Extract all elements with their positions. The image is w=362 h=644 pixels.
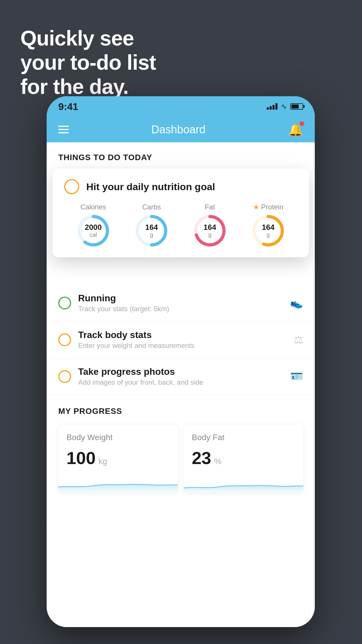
progress-photos-title: Take progress photos bbox=[78, 366, 283, 377]
notification-dot bbox=[300, 121, 304, 126]
nutrition-check-circle bbox=[64, 179, 79, 194]
carbs-donut: 164 g bbox=[136, 215, 168, 247]
calories-donut: 2000 cal bbox=[77, 215, 109, 247]
header-title: Dashboard bbox=[151, 123, 205, 136]
body-stats-title: Track body stats bbox=[78, 330, 287, 340]
progress-cards: Body Weight 100 kg bbox=[58, 425, 303, 493]
body-fat-chart bbox=[184, 475, 303, 493]
nutrition-card[interactable]: Hit your daily nutrition goal Calories 2… bbox=[52, 169, 309, 257]
fat-unit: g bbox=[203, 232, 216, 238]
body-fat-value-row: 23 % bbox=[192, 448, 295, 468]
carbs-label: Carbs bbox=[142, 203, 161, 211]
nutrition-card-header: Hit your daily nutrition goal bbox=[64, 179, 297, 194]
protein-unit: g bbox=[262, 232, 274, 238]
status-bar: 9:41 ∿ bbox=[47, 96, 315, 117]
body-weight-value-row: 100 kg bbox=[66, 448, 170, 468]
running-text: Running Track your stats (target: 5km) bbox=[78, 293, 283, 313]
calories-value: 2000 bbox=[85, 223, 102, 232]
my-progress-header: MY PROGRESS bbox=[58, 407, 303, 416]
phone-content: THINGS TO DO TODAY Hit your daily nutrit… bbox=[47, 142, 315, 627]
app-header: Dashboard 🔔 bbox=[47, 117, 315, 142]
carbs-value: 164 bbox=[145, 223, 158, 232]
protein-circle: ★ Protein 164 g bbox=[252, 203, 284, 247]
notification-button[interactable]: 🔔 bbox=[288, 123, 303, 137]
protein-value: 164 bbox=[262, 223, 274, 232]
hero-line2: your to-do list bbox=[20, 50, 156, 75]
fat-circle: Fat 164 g bbox=[194, 203, 226, 247]
hero-text: Quickly see your to-do list for the day. bbox=[20, 26, 156, 99]
todo-item-progress-photos[interactable]: Take progress photos Add images of your … bbox=[47, 358, 315, 395]
protein-label: ★ Protein bbox=[253, 203, 283, 211]
calories-label: Calories bbox=[80, 203, 106, 211]
protein-donut: 164 g bbox=[252, 215, 284, 247]
body-fat-card[interactable]: Body Fat 23 % bbox=[184, 425, 303, 493]
body-stats-icon: ⚖ bbox=[294, 334, 303, 346]
running-check-circle bbox=[58, 297, 71, 309]
wifi-icon: ∿ bbox=[281, 102, 287, 111]
phone-frame: 9:41 ∿ Dashboard 🔔 THI bbox=[47, 96, 315, 627]
body-weight-chart bbox=[58, 475, 178, 493]
status-time: 9:41 bbox=[58, 101, 78, 112]
body-weight-card[interactable]: Body Weight 100 kg bbox=[58, 425, 178, 493]
calories-circle: Calories 2000 cal bbox=[77, 203, 109, 247]
running-title: Running bbox=[78, 293, 283, 304]
fat-label: Fat bbox=[205, 203, 215, 211]
nutrition-circles: Calories 2000 cal Carbs bbox=[64, 203, 297, 247]
menu-button[interactable] bbox=[58, 126, 69, 133]
nutrition-title: Hit your daily nutrition goal bbox=[86, 181, 215, 192]
fat-donut: 164 g bbox=[194, 215, 226, 247]
signal-icon bbox=[267, 103, 277, 110]
todo-item-body-stats[interactable]: Track body stats Enter your weight and m… bbox=[47, 321, 315, 358]
hero-line1: Quickly see bbox=[20, 26, 156, 50]
todo-list: Running Track your stats (target: 5km) 👟… bbox=[47, 285, 315, 395]
progress-photos-check-circle bbox=[58, 370, 71, 383]
body-stats-check-circle bbox=[58, 333, 71, 346]
todo-item-running[interactable]: Running Track your stats (target: 5km) 👟 bbox=[47, 285, 315, 321]
fat-value: 164 bbox=[203, 223, 216, 232]
body-weight-title: Body Weight bbox=[66, 433, 170, 442]
progress-photos-text: Take progress photos Add images of your … bbox=[78, 366, 283, 386]
body-fat-value: 23 bbox=[192, 448, 211, 468]
things-to-do-header: THINGS TO DO TODAY bbox=[47, 142, 315, 168]
battery-icon bbox=[290, 103, 303, 110]
carbs-unit: g bbox=[145, 232, 158, 238]
status-icons: ∿ bbox=[267, 102, 303, 111]
star-icon: ★ bbox=[253, 203, 259, 211]
body-fat-title: Body Fat bbox=[192, 433, 295, 442]
progress-photos-subtitle: Add images of your front, back, and side bbox=[78, 378, 283, 386]
running-icon: 👟 bbox=[290, 297, 303, 309]
my-progress-section: MY PROGRESS Body Weight 100 kg bbox=[47, 395, 315, 498]
body-stats-text: Track body stats Enter your weight and m… bbox=[78, 330, 287, 350]
running-subtitle: Track your stats (target: 5km) bbox=[78, 305, 283, 313]
progress-photos-icon: 🪪 bbox=[290, 370, 303, 383]
body-stats-subtitle: Enter your weight and measurements bbox=[78, 342, 287, 350]
body-weight-unit: kg bbox=[99, 457, 107, 466]
calories-unit: cal bbox=[85, 232, 102, 238]
carbs-circle: Carbs 164 g bbox=[136, 203, 168, 247]
hero-line3: for the day. bbox=[20, 75, 156, 99]
body-weight-value: 100 bbox=[66, 448, 96, 468]
body-fat-unit: % bbox=[214, 457, 222, 466]
